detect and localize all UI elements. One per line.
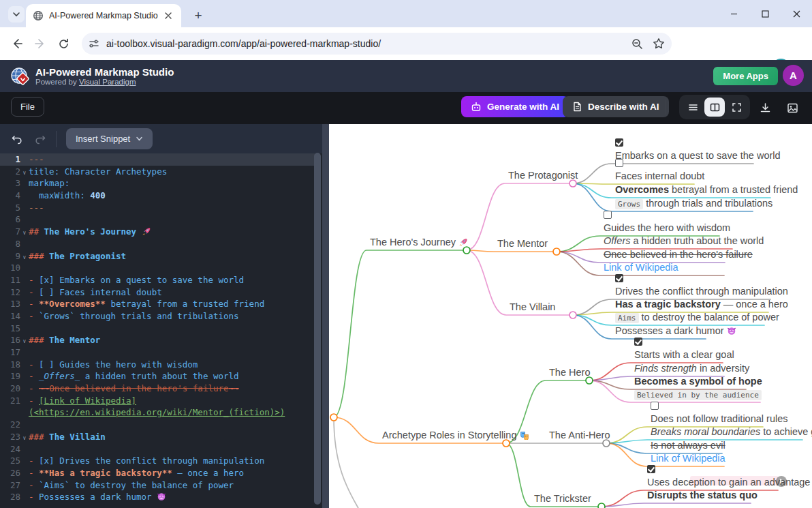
line-content[interactable]: title: Character Archetypes [29, 166, 315, 178]
split-view-button[interactable] [704, 98, 725, 117]
checkbox-checked[interactable] [615, 274, 623, 282]
code-line[interactable]: 9∨### The Protagonist [0, 250, 315, 263]
map-node-mentor[interactable]: The Mentor [497, 237, 548, 250]
code-line[interactable]: 3markmap: [0, 177, 315, 190]
node-circle[interactable] [598, 503, 605, 508]
line-content[interactable]: - **Has a tragic backstory** — once a he… [29, 467, 315, 479]
file-menu-button[interactable]: File [11, 97, 44, 117]
map-node-wiki1[interactable]: Link of Wikipedia [604, 261, 678, 273]
code-line[interactable]: 6 [0, 213, 315, 226]
map-node-archetype[interactable]: Archetype Roles in Storytelling [382, 429, 529, 441]
line-content[interactable]: ### The Mentor [29, 334, 315, 346]
browser-tab[interactable]: AI-Powered Markmap Studio [26, 4, 181, 27]
line-content[interactable] [29, 323, 315, 335]
code-line[interactable]: 8 [0, 238, 315, 250]
checkbox-checked[interactable] [634, 338, 642, 346]
line-content[interactable]: - `Aims` to destroy the balance of power [29, 479, 315, 492]
editor-only-view-button[interactable] [683, 98, 703, 117]
line-content[interactable]: - _Offers_ a hidden truth about the worl… [29, 370, 315, 383]
checkbox-unchecked[interactable] [615, 159, 623, 167]
line-content[interactable] [29, 443, 315, 455]
reload-button[interactable] [52, 32, 75, 55]
node-circle[interactable] [569, 312, 576, 318]
bookmark-star-icon[interactable] [653, 38, 665, 50]
code-line[interactable]: 18- [ ] Guides the hero with wisdom [0, 359, 315, 371]
code-line[interactable]: 13- **Overcomes** betrayal from a truste… [0, 298, 315, 310]
map-node-protagonist[interactable]: The Protagonist [508, 169, 578, 181]
checkbox-checked[interactable] [615, 138, 623, 147]
line-content[interactable]: (<https://en.wikipedia.org/wiki/Mentor_(… [29, 406, 315, 419]
code-line[interactable]: 2∨title: Character Archetypes [0, 166, 315, 178]
line-content[interactable]: - ~~Once believed in the hero's failure~… [29, 383, 315, 395]
map-node-offers[interactable]: Offers a hidden truth about the world [604, 235, 764, 247]
map-node-becomes[interactable]: Becomes a symbol of hope [634, 375, 762, 387]
map-node-once[interactable]: Once believed in the hero's failure [604, 248, 753, 260]
more-apps-button[interactable]: More Apps [713, 67, 778, 85]
line-content[interactable]: - [ ] Faces internal doubt [29, 286, 315, 299]
maximize-button[interactable] [749, 0, 781, 27]
code-editor[interactable]: 1---2∨title: Character Archetypes3markma… [0, 153, 315, 508]
line-content[interactable]: --- [29, 153, 315, 166]
code-line[interactable]: 11- [x] Embarks on a quest to save the w… [0, 274, 315, 286]
map-node-tragic[interactable]: Has a tragic backstory — once a hero [615, 298, 788, 310]
code-line[interactable]: 12- [ ] Faces internal doubt [0, 286, 315, 299]
tab-search-button[interactable] [8, 6, 25, 23]
code-line[interactable]: 14- `Grows` through trials and tribulati… [0, 310, 315, 323]
insert-snippet-button[interactable]: Insert Snippet [66, 128, 153, 149]
line-content[interactable] [29, 238, 315, 250]
code-line[interactable]: 23∨### The Villain [0, 431, 315, 443]
download-button[interactable] [755, 98, 775, 117]
map-node-antihero[interactable]: The Anti-Hero [549, 429, 610, 441]
wikipedia-link[interactable]: Link of Wikipedia [651, 453, 725, 464]
map-node-villain[interactable]: The Villain [510, 301, 555, 313]
line-content[interactable]: markmap: [29, 177, 315, 190]
code-line[interactable]: 16∨### The Mentor [0, 334, 315, 346]
line-content[interactable]: ### The Protagonist [29, 250, 315, 263]
map-node-disrupts[interactable]: Disrupts the status quo [647, 489, 758, 501]
url-text[interactable]: ai-toolbox.visual-paradigm.com/app/ai-po… [106, 38, 631, 49]
line-content[interactable]: - **Overcomes** betrayal from a trusted … [29, 298, 315, 310]
line-content[interactable]: - Possesses a dark humor [29, 491, 315, 503]
code-line[interactable]: 24 [0, 443, 315, 455]
mindmap-panel[interactable]: The Hero's Journey The ProtagonistThe Me… [329, 124, 812, 508]
generate-with-ai-button[interactable]: Generate with AI [461, 96, 569, 117]
line-content[interactable] [29, 262, 315, 274]
redo-button[interactable] [29, 129, 52, 149]
code-line[interactable]: 22 [0, 419, 315, 431]
map-node-grows[interactable]: Grows through trials and tribulations [615, 197, 772, 211]
line-content[interactable] [29, 346, 315, 359]
map-node-does[interactable]: Does not follow traditional rules [651, 402, 788, 425]
editor-scrollbar[interactable] [314, 153, 321, 505]
checkbox-unchecked[interactable] [651, 402, 659, 410]
map-node-wiki2[interactable]: Link of Wikipedia [651, 452, 725, 464]
map-node-believed[interactable]: Believed in by the audience [634, 388, 762, 402]
code-line[interactable]: 7∨## The Hero's Journey [0, 226, 315, 238]
code-line[interactable]: (<https://en.wikipedia.org/wiki/Mentor_(… [0, 406, 315, 419]
map-node-faces[interactable]: Faces internal doubt [615, 159, 704, 182]
fullscreen-view-button[interactable] [726, 98, 747, 117]
checkbox-checked[interactable] [647, 465, 655, 473]
map-node-guides[interactable]: Guides the hero with wisdom [604, 211, 730, 234]
node-circle[interactable] [553, 248, 560, 255]
omnibox[interactable]: ai-toolbox.visual-paradigm.com/app/ai-po… [82, 33, 672, 55]
map-node-embarks[interactable]: Embarks on a quest to save the world [615, 138, 781, 162]
map-node-overcomes[interactable]: Overcomes betrayal from a trusted friend [615, 183, 798, 196]
new-tab-button[interactable]: + [189, 7, 207, 25]
line-content[interactable]: ## The Hero's Journey [29, 226, 315, 238]
map-node-notevil[interactable]: Is not always evil [651, 439, 725, 451]
line-content[interactable]: - [x] Drives the conflict through manipu… [29, 455, 315, 467]
describe-with-ai-button[interactable]: Describe with AI [563, 96, 669, 117]
line-content[interactable]: ### The Villain [29, 431, 315, 443]
close-button[interactable] [781, 0, 812, 27]
map-node-heros-journey[interactable]: The Hero's Journey [370, 236, 468, 248]
code-line[interactable]: 4 maxWidth: 400 [0, 190, 315, 202]
line-content[interactable] [29, 419, 315, 431]
map-node-trickster[interactable]: The Trickster [534, 492, 591, 505]
code-line[interactable]: 10 [0, 262, 315, 274]
forward-button[interactable] [29, 32, 52, 55]
zoom-indicator-icon[interactable] [631, 38, 643, 50]
line-content[interactable]: - [x] Embarks on a quest to save the wor… [29, 274, 315, 286]
code-line[interactable]: 15 [0, 323, 315, 335]
back-button[interactable] [5, 32, 29, 55]
map-node-hero[interactable]: The Hero [549, 366, 590, 378]
